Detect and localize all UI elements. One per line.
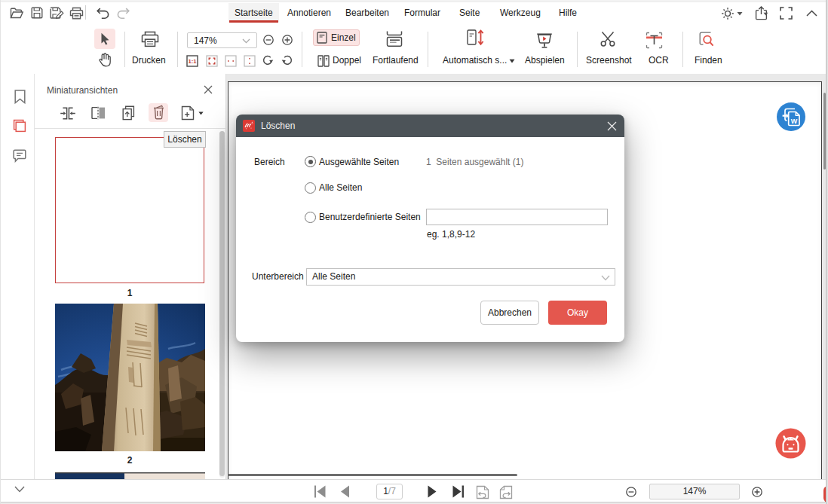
svg-text:1:1: 1:1 bbox=[189, 58, 198, 65]
svg-text:W: W bbox=[791, 118, 798, 125]
